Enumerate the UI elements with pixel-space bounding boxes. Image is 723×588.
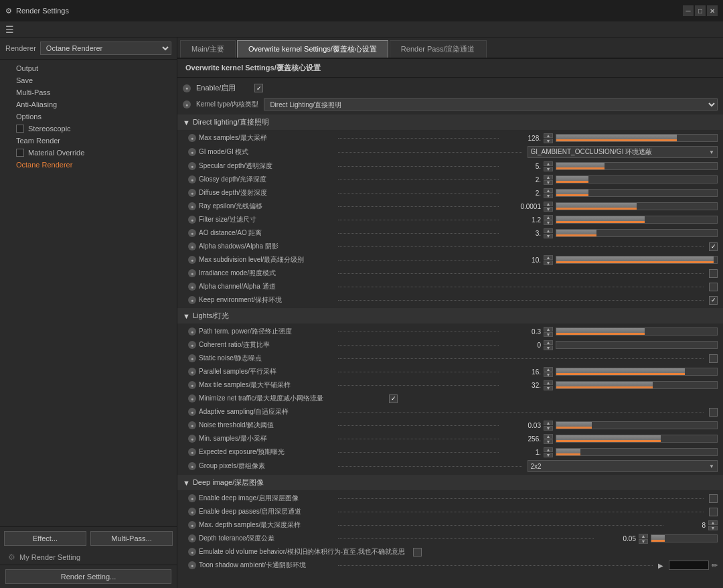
spin-down[interactable]: ▼ xyxy=(544,261,553,265)
spin-up[interactable]: ▲ xyxy=(544,228,553,233)
spin-down[interactable]: ▼ xyxy=(544,453,553,457)
spin-down[interactable]: ▼ xyxy=(544,332,553,337)
spin-up[interactable]: ▲ xyxy=(708,520,718,525)
multi-pass-button[interactable]: Multi-Pass... xyxy=(90,531,173,546)
spin-up[interactable]: ▲ xyxy=(544,380,553,385)
spin-down[interactable]: ▼ xyxy=(544,346,553,350)
spin-down[interactable]: ▼ xyxy=(544,194,553,198)
spin-down[interactable]: ▼ xyxy=(544,426,553,431)
max-tile-samples-spinner[interactable]: ▲ ▼ xyxy=(544,380,553,390)
spin-up[interactable]: ▲ xyxy=(544,161,553,166)
tab-overwrite[interactable]: Overwrite kernel Settings/覆盖核心设置 xyxy=(237,40,388,58)
sidebar-item-multi-pass[interactable]: Multi-Pass xyxy=(0,86,177,98)
close-button[interactable]: ✕ xyxy=(707,5,718,16)
irradiance-mode-checkbox[interactable] xyxy=(709,269,718,278)
enable-checkbox[interactable]: ✓ xyxy=(254,84,263,92)
spin-up[interactable]: ▲ xyxy=(544,340,553,345)
kernel-type-row: ● Kernel type/内核类型 Direct Lighting/直接照明 xyxy=(177,96,723,113)
expected-exposure-spinner[interactable]: ▲ ▼ xyxy=(544,447,553,457)
glossy-depth-icon: ● xyxy=(188,175,196,183)
sidebar-item-team-render[interactable]: Team Render xyxy=(0,135,177,147)
spin-up[interactable]: ▲ xyxy=(544,202,553,206)
gi-mode-label: GI mode/GI 模式 xyxy=(199,147,333,157)
render-setting-btn[interactable]: Render Setting... xyxy=(5,569,171,584)
spin-down[interactable]: ▼ xyxy=(544,207,553,212)
toon-shadow-edit-icon[interactable]: ✏ xyxy=(712,561,718,570)
alpha-shadows-checkbox[interactable]: ✓ xyxy=(709,242,718,251)
keep-environment-checkbox[interactable]: ✓ xyxy=(709,296,718,305)
ao-distance-spinner[interactable]: ▲ ▼ xyxy=(544,228,553,238)
content-area: Main/主要 Overwrite kernel Settings/覆盖核心设置… xyxy=(177,38,723,588)
sidebar-item-save[interactable]: Save xyxy=(0,74,177,86)
spin-up[interactable]: ▲ xyxy=(544,175,553,179)
sidebar-item-octane-renderer[interactable]: Octane Renderer xyxy=(0,159,177,171)
spin-up[interactable]: ▲ xyxy=(544,447,553,452)
spin-up[interactable]: ▲ xyxy=(544,327,553,332)
enable-deep-image-checkbox[interactable] xyxy=(709,494,718,503)
static-noise-checkbox[interactable] xyxy=(709,354,718,363)
noise-threshold-spinner[interactable]: ▲ ▼ xyxy=(544,421,553,431)
max-samples-spinner[interactable]: ▲ ▼ xyxy=(544,133,553,143)
spin-down[interactable]: ▼ xyxy=(544,220,553,225)
effect-button[interactable]: Effect... xyxy=(4,531,86,546)
spin-down[interactable]: ▼ xyxy=(544,372,553,377)
spin-up[interactable]: ▲ xyxy=(544,215,553,220)
sidebar-item-anti-aliasing[interactable]: Anti-Aliasing xyxy=(0,98,177,111)
minimize-traffic-checkbox[interactable]: ✓ xyxy=(389,394,398,403)
toon-shadow-color-swatch[interactable] xyxy=(669,561,709,570)
minimize-button[interactable]: ─ xyxy=(683,5,694,16)
glossy-depth-spinner[interactable]: ▲ ▼ xyxy=(544,175,553,185)
coherent-ratio-spinner[interactable]: ▲ ▼ xyxy=(544,340,553,350)
specular-depth-spinner[interactable]: ▲ ▼ xyxy=(544,161,553,171)
spin-down[interactable]: ▼ xyxy=(639,539,648,544)
material-override-checkbox[interactable] xyxy=(16,149,24,157)
spin-down[interactable]: ▼ xyxy=(544,167,553,171)
gi-mode-dropdown[interactable]: GI_AMBIENT_OCCLUSION/GI 环境遮蔽 ▼ xyxy=(528,146,718,158)
sidebar-item-material-override[interactable]: Material Override xyxy=(0,147,177,159)
maximize-button[interactable]: □ xyxy=(695,5,706,16)
max-subdivision-spinner[interactable]: ▲ ▼ xyxy=(544,255,553,265)
tab-render-passes[interactable]: Render Pass/渲染通道 xyxy=(390,40,487,58)
spin-up[interactable]: ▲ xyxy=(544,421,553,425)
sidebar-item-options[interactable]: Options xyxy=(0,111,177,123)
depth-tolerance-spinner[interactable]: ▲ ▼ xyxy=(639,534,648,544)
group-pixels-dropdown[interactable]: 2x2 ▼ xyxy=(528,460,718,472)
tabs: Main/主要 Overwrite kernel Settings/覆盖核心设置… xyxy=(177,38,723,59)
spin-down[interactable]: ▼ xyxy=(544,180,553,185)
renderer-select[interactable]: Octane Renderer xyxy=(40,42,171,55)
spin-up[interactable]: ▲ xyxy=(544,434,553,439)
ray-epsilon-spinner[interactable]: ▲ ▼ xyxy=(544,202,553,212)
spin-down[interactable]: ▼ xyxy=(544,234,553,238)
min-samples-spinner[interactable]: ▲ ▼ xyxy=(544,434,553,444)
tab-main[interactable]: Main/主要 xyxy=(180,40,236,58)
adaptive-sampling-checkbox[interactable] xyxy=(709,408,718,417)
dots xyxy=(338,166,499,167)
spin-down[interactable]: ▼ xyxy=(544,139,553,143)
spin-down[interactable]: ▼ xyxy=(544,439,553,444)
sidebar-item-output[interactable]: Output xyxy=(0,62,177,74)
alpha-channel-checkbox[interactable] xyxy=(709,283,718,291)
kernel-select[interactable]: Direct Lighting/直接照明 xyxy=(264,98,718,111)
spin-up[interactable]: ▲ xyxy=(544,133,553,138)
enable-deep-passes-checkbox[interactable] xyxy=(709,508,718,516)
spin-down[interactable]: ▼ xyxy=(544,386,553,390)
render-setting-item[interactable]: ⚙ My Render Setting xyxy=(0,550,177,565)
diffuse-depth-spinner[interactable]: ▲ ▼ xyxy=(544,188,553,198)
stereoscopic-checkbox[interactable] xyxy=(16,125,24,133)
filter-size-spinner[interactable]: ▲ ▼ xyxy=(544,215,553,225)
max-depth-samples-spinner[interactable]: ▲ ▼ xyxy=(708,520,718,530)
hamburger-icon[interactable]: ☰ xyxy=(5,24,14,35)
spin-up[interactable]: ▲ xyxy=(544,188,553,193)
emulate-old-volume-checkbox[interactable] xyxy=(413,548,422,557)
parallel-samples-spinner[interactable]: ▲ ▼ xyxy=(544,367,553,377)
path-term-power-spinner[interactable]: ▲ ▼ xyxy=(544,327,553,337)
row-coherent-ratio: ● Coherent ratio/连贯比率 0 ▲ ▼ xyxy=(177,338,723,352)
spin-up[interactable]: ▲ xyxy=(639,534,648,538)
spin-up[interactable]: ▲ xyxy=(544,367,553,372)
section-lights[interactable]: ▼ Lights/灯光 xyxy=(177,308,723,323)
section-deep-image[interactable]: ▼ Deep image/深层图像 xyxy=(177,475,723,490)
sidebar-item-stereoscopic[interactable]: Stereoscopic xyxy=(0,123,177,135)
section-direct-lighting[interactable]: ▼ Direct lighting/直接照明 xyxy=(177,115,723,130)
spin-down[interactable]: ▼ xyxy=(708,526,718,530)
spin-up[interactable]: ▲ xyxy=(544,255,553,260)
